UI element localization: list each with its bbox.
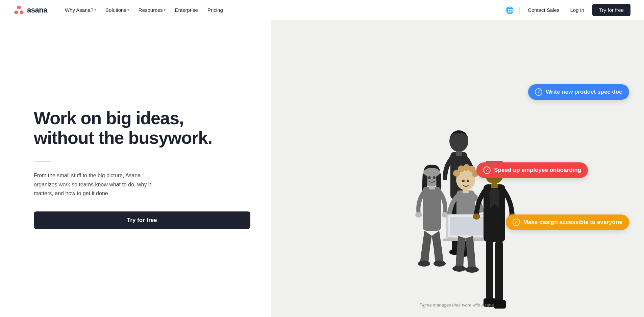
svg-point-12: [415, 212, 422, 218]
logo-text: asana: [27, 6, 47, 15]
hero-try-free-button[interactable]: Try for free: [34, 211, 250, 229]
svg-point-18: [433, 176, 436, 179]
chevron-down-icon: ▾: [127, 8, 129, 12]
svg-point-2: [20, 10, 23, 14]
svg-point-14: [418, 261, 430, 267]
svg-rect-16: [429, 186, 435, 189]
nav-divider: [519, 7, 520, 14]
svg-point-31: [465, 267, 479, 273]
nav-solutions[interactable]: Solutions ▾: [101, 4, 133, 16]
hero-image-area: ✓ Write new product spec doc ✓ Speed up …: [271, 20, 644, 310]
svg-rect-43: [486, 241, 493, 302]
svg-point-49: [496, 173, 498, 176]
nav-pricing[interactable]: Pricing: [203, 4, 227, 16]
nav-try-free-button[interactable]: Try for free: [592, 4, 630, 16]
hero-section: Work on big ideas, without the busywork.…: [0, 20, 644, 317]
nav-enterprise[interactable]: Enterprise: [171, 4, 202, 16]
nav-links: Why Asana? ▾ Solutions ▾ Resources ▾ Ent…: [61, 4, 227, 16]
svg-point-1: [14, 10, 18, 14]
svg-rect-28: [450, 217, 484, 235]
nav-right: 🌐 Contact Sales Log In Try for free: [505, 4, 630, 16]
svg-point-48: [490, 173, 493, 176]
svg-point-0: [17, 5, 21, 9]
svg-point-30: [452, 266, 466, 272]
check-icon-1: ✓: [535, 88, 542, 96]
svg-rect-44: [495, 241, 503, 303]
hero-headline: Work on big ideas, without the busywork.: [34, 108, 250, 148]
svg-point-15: [434, 261, 446, 267]
svg-point-24: [472, 170, 478, 177]
svg-point-41: [473, 213, 480, 220]
task-pill-1: ✓ Write new product spec doc: [528, 84, 629, 100]
hero-divider: [34, 161, 51, 162]
svg-rect-32: [463, 190, 469, 193]
login-link[interactable]: Log In: [567, 6, 587, 14]
navbar: asana Why Asana? ▾ Solutions ▾ Resources…: [0, 0, 644, 20]
hero-description: From the small stuff to the big picture,…: [34, 171, 162, 198]
svg-rect-46: [494, 300, 506, 309]
hero-right: ✓ Write new product spec doc ✓ Speed up …: [271, 20, 644, 317]
contact-sales-link[interactable]: Contact Sales: [525, 6, 562, 14]
people-illustration: [379, 114, 535, 310]
chevron-down-icon: ▾: [164, 8, 166, 12]
figma-caption: Figma manages their work with Asana.: [419, 302, 495, 308]
svg-rect-47: [491, 184, 498, 188]
hero-left: Work on big ideas, without the busywork.…: [0, 20, 271, 317]
nav-resources[interactable]: Resources ▾: [134, 4, 170, 16]
globe-icon[interactable]: 🌐: [505, 6, 514, 14]
svg-rect-11: [423, 187, 441, 231]
svg-rect-9: [456, 151, 462, 156]
svg-point-34: [467, 180, 469, 182]
svg-rect-39: [486, 161, 503, 167]
svg-point-42: [509, 213, 516, 220]
nav-why-asana[interactable]: Why Asana? ▾: [61, 4, 100, 16]
chevron-down-icon: ▾: [94, 8, 96, 12]
svg-point-17: [428, 176, 431, 179]
logo[interactable]: asana: [14, 5, 47, 16]
svg-point-33: [462, 180, 465, 182]
